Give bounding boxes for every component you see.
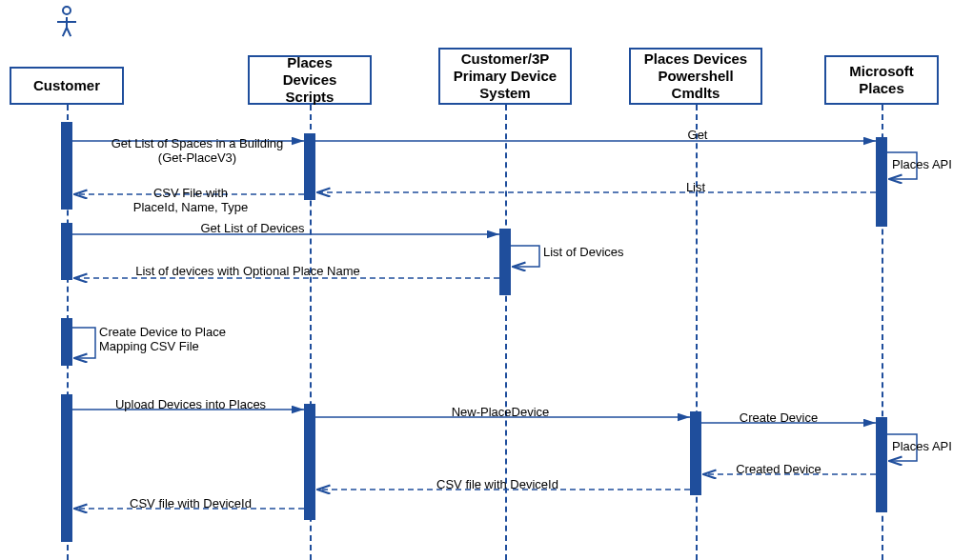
actor-icon xyxy=(57,6,76,38)
msg-places-api-2: Places API xyxy=(892,440,953,454)
activation-places-2 xyxy=(876,417,887,512)
msg-create-device: Create Device xyxy=(726,411,831,426)
activation-places-1 xyxy=(876,137,887,227)
participant-cmdlets: Places Devices Powershell Cmdlts xyxy=(629,48,762,105)
msg-created-device: Created Device xyxy=(726,463,831,477)
participant-places: Microsoft Places xyxy=(824,55,939,105)
msg-upload-devices: Upload Devices into Places xyxy=(105,398,276,412)
activation-customer-3 xyxy=(61,318,72,366)
msg-places-api-1: Places API xyxy=(892,158,953,172)
participant-label: Customer/3P Primary Device System xyxy=(450,50,560,102)
msg-new-placedevice: New-PlaceDevice xyxy=(438,406,562,420)
msg-list: List xyxy=(682,181,709,195)
activation-customer-4 xyxy=(61,394,72,542)
activation-scripts-2 xyxy=(304,404,315,520)
activation-customer-1 xyxy=(61,122,72,210)
participant-label: Microsoft Places xyxy=(836,63,927,97)
participant-label: Places Devices Scripts xyxy=(259,54,360,106)
participant-primary: Customer/3P Primary Device System xyxy=(438,48,572,105)
activation-scripts-1 xyxy=(304,133,315,200)
msg-csv-places: CSV File with PlaceId, Name, Type xyxy=(114,187,267,215)
activation-customer-2 xyxy=(61,223,72,280)
participant-scripts: Places Devices Scripts xyxy=(248,55,372,105)
msg-list-devices: List of Devices xyxy=(543,246,639,260)
msg-get-devices: Get List of Devices xyxy=(181,222,324,236)
msg-csv-deviceid-2: CSV file with DeviceId xyxy=(105,497,276,511)
msg-create-mapping: Create Device to Place Mapping CSV File xyxy=(99,326,252,354)
activation-primary-1 xyxy=(499,229,511,295)
msg-csv-deviceid-1: CSV file with DeviceId xyxy=(421,478,574,492)
participant-label: Customer xyxy=(33,77,100,94)
participant-customer: Customer xyxy=(10,67,124,105)
msg-get: Get xyxy=(684,129,711,143)
participant-label: Places Devices Powershell Cmdlts xyxy=(640,50,751,102)
activation-cmdlets-1 xyxy=(690,411,701,495)
msg-get-spaces: Get List of Spaces in a Building (Get-Pl… xyxy=(93,137,301,166)
msg-list-devices-return: List of devices with Optional Place Name xyxy=(114,265,381,279)
